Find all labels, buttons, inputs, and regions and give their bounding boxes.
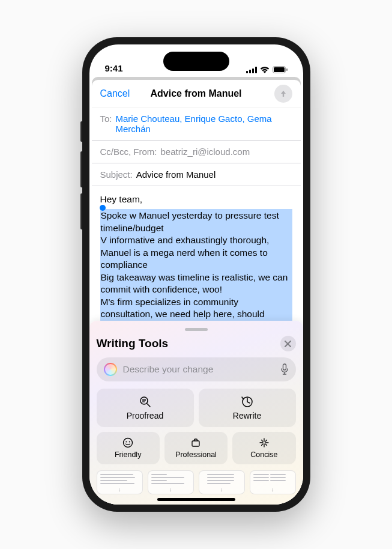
svg-point-16 bbox=[129, 441, 130, 443]
svg-rect-3 bbox=[255, 67, 257, 73]
rewrite-icon bbox=[241, 395, 254, 408]
compose-card: Cancel Advice from Manuel To: Marie Chou… bbox=[92, 80, 301, 505]
battery-icon bbox=[273, 66, 288, 73]
download-icon: ↓ bbox=[220, 487, 223, 493]
rewrite-button[interactable]: Rewrite bbox=[199, 389, 296, 427]
recipients[interactable]: Marie Chouteau, Enrique Gacto, Gema Merc… bbox=[116, 114, 292, 134]
svg-rect-5 bbox=[274, 67, 285, 72]
svg-rect-6 bbox=[286, 68, 288, 71]
concise-button[interactable]: Concise bbox=[232, 432, 295, 464]
dynamic-island bbox=[163, 52, 229, 71]
selected-content: Spoke w Manuel yesterday to pressure tes… bbox=[101, 210, 288, 331]
subject-label: Subject: bbox=[100, 169, 133, 180]
compose-nav: Cancel Advice from Manuel bbox=[92, 80, 301, 108]
modal-card-stack: Cancel Advice from Manuel To: Marie Chou… bbox=[92, 77, 301, 505]
professional-icon bbox=[190, 437, 201, 448]
download-icon: ↓ bbox=[271, 487, 274, 493]
ccbcc-label: Cc/Bcc, From: bbox=[100, 147, 157, 157]
to-field[interactable]: To: Marie Chouteau, Enrique Gacto, Gema … bbox=[92, 108, 301, 141]
send-button[interactable] bbox=[274, 85, 292, 103]
svg-rect-7 bbox=[283, 364, 286, 370]
writing-tools-title: Writing Tools bbox=[97, 337, 169, 350]
home-indicator[interactable] bbox=[157, 498, 235, 501]
intelligence-icon bbox=[104, 363, 117, 376]
concise-label: Concise bbox=[250, 450, 277, 459]
arrow-up-icon bbox=[279, 89, 288, 99]
rewrite-label: Rewrite bbox=[233, 411, 261, 420]
proofread-icon bbox=[139, 395, 152, 408]
describe-change-input[interactable]: Describe your change bbox=[97, 357, 296, 381]
svg-point-15 bbox=[126, 441, 127, 443]
cellular-icon bbox=[246, 67, 257, 73]
ccbcc-from-field[interactable]: Cc/Bcc, From: beatriz_ri@icloud.com bbox=[92, 141, 301, 163]
writing-tools-panel: Writing Tools Describe your change bbox=[92, 321, 301, 505]
svg-point-14 bbox=[124, 438, 133, 447]
tools-row-2: Friendly Professional Concise bbox=[97, 432, 296, 464]
writing-tools-header: Writing Tools bbox=[97, 336, 296, 351]
proofread-label: Proofread bbox=[127, 411, 163, 420]
subject-value[interactable]: Advice from Manuel bbox=[136, 169, 216, 180]
phone-frame: 9:41 Cancel Advice from Manuel To: Ma bbox=[82, 37, 310, 512]
svg-rect-1 bbox=[249, 70, 251, 73]
tools-row-1: Proofread Rewrite bbox=[97, 389, 296, 427]
mic-icon[interactable] bbox=[280, 363, 289, 375]
panel-grabber[interactable] bbox=[185, 328, 208, 331]
selected-text[interactable]: Spoke w Manuel yesterday to pressure tes… bbox=[100, 209, 292, 333]
proofread-button[interactable]: Proofread bbox=[97, 389, 194, 427]
svg-rect-2 bbox=[252, 68, 254, 73]
status-time: 9:41 bbox=[105, 63, 123, 73]
subject-field[interactable]: Subject: Advice from Manuel bbox=[92, 163, 301, 186]
professional-label: Professional bbox=[175, 450, 217, 459]
status-icons bbox=[246, 66, 288, 73]
friendly-label: Friendly bbox=[115, 450, 141, 459]
format-thumb-4[interactable]: ↓ bbox=[250, 470, 296, 494]
compose-title: Advice from Manuel bbox=[150, 88, 241, 99]
format-thumb-1[interactable]: ↓ bbox=[97, 470, 143, 494]
svg-rect-0 bbox=[246, 71, 248, 73]
concise-icon bbox=[259, 437, 270, 448]
close-icon bbox=[285, 341, 291, 347]
cancel-button[interactable]: Cancel bbox=[100, 88, 130, 99]
screen: 9:41 Cancel Advice from Manuel To: Ma bbox=[89, 44, 303, 505]
describe-change-placeholder: Describe your change bbox=[123, 364, 274, 375]
close-button[interactable] bbox=[280, 336, 296, 351]
from-email: beatriz_ri@icloud.com bbox=[161, 147, 250, 157]
friendly-button[interactable]: Friendly bbox=[97, 432, 160, 464]
svg-line-9 bbox=[147, 404, 150, 407]
download-icon: ↓ bbox=[169, 487, 172, 493]
format-thumb-3[interactable]: ↓ bbox=[199, 470, 245, 494]
format-thumb-2[interactable]: ↓ bbox=[148, 470, 194, 494]
selection-handle-start[interactable] bbox=[100, 205, 106, 211]
to-label: To: bbox=[100, 114, 112, 124]
professional-button[interactable]: Professional bbox=[164, 432, 228, 464]
format-thumbnails: ↓ ↓ ↓ bbox=[97, 470, 296, 494]
body-greeting: Hey team, bbox=[100, 193, 292, 205]
friendly-icon bbox=[122, 437, 133, 448]
wifi-icon bbox=[260, 67, 270, 73]
svg-rect-17 bbox=[192, 441, 199, 446]
download-icon: ↓ bbox=[118, 487, 121, 493]
